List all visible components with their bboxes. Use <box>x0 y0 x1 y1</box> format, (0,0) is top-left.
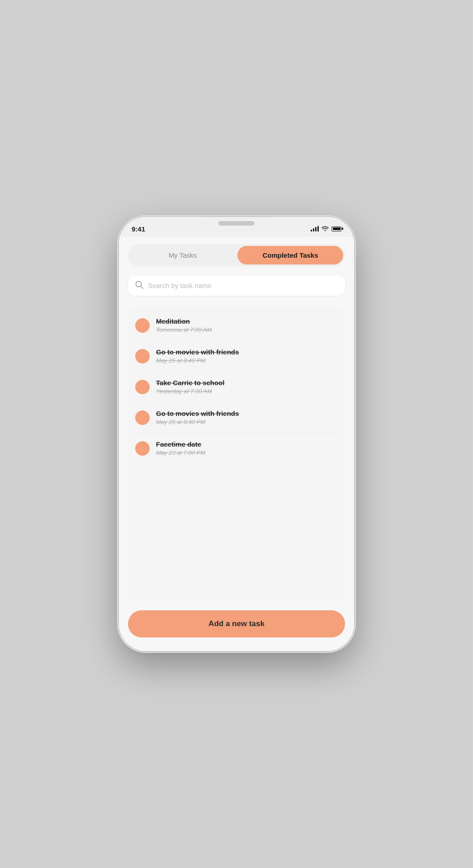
status-icons <box>311 226 341 232</box>
task-text-wrap: Take Carrie to school Yesterday at 7:30 … <box>156 379 224 395</box>
task-text-wrap: Go to movies with friends May 25 at 8:40… <box>156 410 239 425</box>
task-title: Take Carrie to school <box>156 379 224 387</box>
phone-frame: 9:41 My Tasks <box>119 217 354 651</box>
signal-icon <box>311 226 319 231</box>
notch-pill <box>218 221 255 226</box>
task-text-wrap: Meditation Tomorrow at 7:00 AM <box>156 317 212 333</box>
status-time: 9:41 <box>132 225 145 233</box>
task-item[interactable]: Meditation Tomorrow at 7:00 AM <box>135 310 338 341</box>
task-item[interactable]: Take Carrie to school Yesterday at 7:30 … <box>135 372 338 402</box>
tab-completed-tasks[interactable]: Completed Tasks <box>237 246 343 264</box>
task-text-wrap: Go to movies with friends May 25 at 8:40… <box>156 348 239 364</box>
task-title: Facetime date <box>156 440 205 448</box>
task-item[interactable]: Go to movies with friends May 25 at 8:40… <box>135 341 338 372</box>
task-title: Go to movies with friends <box>156 348 239 356</box>
search-bar[interactable]: Search by task name <box>128 275 345 296</box>
task-time: May 23 at 7:00 PM <box>156 449 205 456</box>
svg-line-1 <box>141 286 143 288</box>
task-item[interactable]: Facetime date May 23 at 7:00 PM <box>135 433 338 463</box>
battery-icon <box>331 226 341 231</box>
task-circle <box>135 410 150 425</box>
task-time: May 25 at 8:40 PM <box>156 419 239 425</box>
task-circle <box>135 349 150 363</box>
task-title: Meditation <box>156 317 212 325</box>
task-circle <box>135 318 150 333</box>
add-task-button[interactable]: Add a new task <box>128 610 345 637</box>
tasks-list: Meditation Tomorrow at 7:00 AM Go to mov… <box>128 307 345 601</box>
task-title: Go to movies with friends <box>156 410 239 417</box>
screen-content: My Tasks Completed Tasks Search by task … <box>119 237 354 651</box>
task-text-wrap: Facetime date May 23 at 7:00 PM <box>156 440 205 456</box>
phone-notch <box>205 217 268 230</box>
task-time: Tomorrow at 7:00 AM <box>156 326 212 333</box>
task-circle <box>135 441 150 456</box>
task-time: Yesterday at 7:30 AM <box>156 388 224 395</box>
wifi-icon <box>322 226 329 232</box>
task-circle <box>135 380 150 394</box>
task-time: May 25 at 8:40 PM <box>156 357 239 364</box>
tab-bar: My Tasks Completed Tasks <box>128 244 345 266</box>
search-icon <box>135 281 143 290</box>
tab-my-tasks[interactable]: My Tasks <box>130 246 236 264</box>
task-item[interactable]: Go to movies with friends May 25 at 8:40… <box>135 402 338 433</box>
search-placeholder: Search by task name <box>148 282 338 289</box>
